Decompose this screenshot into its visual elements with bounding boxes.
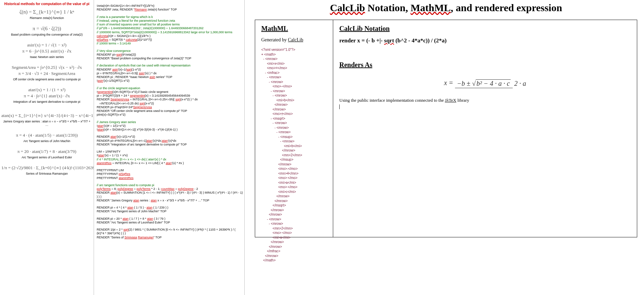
code-line: RENDER pi = 4 * ( 4 * atan ( 1 / 5 ) - a… bbox=[97, 206, 243, 210]
title-word-mathml: MathML bbox=[411, 2, 451, 13]
code-line: atanIntRes = INTEGRAL [0 <= x <= 1 <> LI… bbox=[97, 161, 243, 165]
footnote-text: library bbox=[456, 98, 469, 103]
caption: Off center circle segment area used to c… bbox=[1, 78, 92, 81]
code-line: RENDER "Series of Srinivasa Ramanujan" T… bbox=[97, 236, 243, 239]
code-line: // arc tangent functions used to compute… bbox=[97, 183, 243, 187]
formula: atan′(x) = 1 / (1 + x²) bbox=[1, 87, 92, 93]
code-line: calczeta(n)# = SIGMA[1<=k<=1](1/k^n ) bbox=[97, 34, 243, 38]
code-block: !zeta(n)#=SIGMA[1<=k<=INFINITY](1/k^n)RE… bbox=[97, 4, 243, 12]
code-line: RENDER "Integration of arc tangent deriv… bbox=[97, 143, 243, 146]
code-line: RENDERF asin'(x)=1/sqrt(1-x^2) bbox=[97, 68, 243, 72]
code-line: RENDER pi = 20 * atan ( 1 / 7 ) + 8 * at… bbox=[97, 217, 243, 221]
code-line: PRETTYPRINT atanIntRes bbox=[97, 176, 243, 180]
code-line: // 4 * INTEGRAL [0 <= x <= 1 <> dx] ( at… bbox=[97, 158, 243, 161]
formula: π = 6 · ∫₀^{0.5} asin′(x) · ∂x bbox=[1, 48, 92, 54]
code-line: // 10000 terms = 3.14149 bbox=[97, 42, 243, 45]
right-pane: CalcLib Notation, MathML, and rendered e… bbox=[245, 0, 644, 295]
code-line: PRETTYPRINT piSqRes bbox=[97, 172, 243, 176]
footnote-text: Using the public interface implementatio… bbox=[339, 98, 445, 103]
render-expr-segment: render x = (- b +|- bbox=[339, 37, 384, 44]
code-block: // James Gregory atan series!atan'(x)# =… bbox=[97, 120, 243, 132]
formula: π = 4 · ∫₀^{1} atan′(x) · ∂x bbox=[1, 93, 92, 99]
code-line: !zeta(n)#=SIGMA[1<=k<=INFINITY](1/k^n) bbox=[97, 4, 243, 8]
caption: Riemann zeta(n) function bbox=[1, 16, 92, 20]
code-line: RENDER pi ; RENDER "Isaac Newton asin se… bbox=[97, 75, 243, 79]
code-line: PRETTYPRINT LIM bbox=[97, 169, 243, 172]
formula: π = 3/4 · √3 + 24 · SegmentArea bbox=[1, 71, 92, 76]
code-line: RENDER "Off center circle segment area u… bbox=[97, 109, 243, 113]
formula-block: ζ(n) = Σ_{k=1}^{∞} 1 / kⁿRiemann zeta(n)… bbox=[1, 9, 92, 20]
formula: 1/π = (2·√2)/9801 · Σ_{k=0}^{∞} (4·k)!·(… bbox=[1, 165, 92, 171]
render-expression: render x = (- b +|- sqrt (b^2 - 4*a*c)) … bbox=[339, 37, 631, 44]
code-block: LIM = 1/INFINITY!!atan'(x) = 1 / (1 + x*… bbox=[97, 150, 243, 165]
code-line: piInt(x)=SQRT(x-x^2) bbox=[97, 113, 243, 117]
generated-by-link[interactable]: CalcLib bbox=[288, 37, 303, 42]
caption: Arc Tangent series of John Machin bbox=[1, 139, 92, 143]
caption: Basel problem computing the convergence … bbox=[1, 33, 92, 36]
code-line: !atan(x)# = SIGMA[1<=i<=1]( x^(4i-3)/(4i… bbox=[97, 128, 243, 132]
render-expr-sqrt: sqrt bbox=[384, 37, 394, 44]
text-cursor bbox=[339, 104, 340, 109]
calclib-heading: CalcLib Notation bbox=[339, 25, 631, 33]
footnote-link[interactable]: JλTeX bbox=[445, 98, 456, 103]
mathml-tree: <?xml version="1.0"?> + <math> - <mrow> … bbox=[261, 47, 327, 263]
code-line: =INTEGRAL(0<=x<=0.25 dx) sqrt(x-x^2) bbox=[97, 102, 243, 105]
code-line: // sum of inverted squares over small bu… bbox=[97, 23, 243, 26]
code-line: // instead, using a literal for the para… bbox=[97, 19, 243, 23]
formula: π = √(6 · ζ(2)) bbox=[1, 26, 92, 32]
code-line: // 1000000 terms, SQRT(6*zeta|2(1000000)… bbox=[97, 31, 243, 34]
code-line: RENDER pi=3*sqrt3/4+24*SegmentArea bbox=[97, 105, 243, 109]
code-line: pi = 3*SQRT(3)/4 + 24 * segmentint(x) = … bbox=[97, 94, 243, 98]
render-expr-segment: (b^2 - 4*a*c)) / (2*a) bbox=[394, 37, 447, 44]
title-segment: , and rendered expression bbox=[451, 2, 562, 13]
code-block: // Very slow convergenceRENDERF pi=sqrt(… bbox=[97, 49, 243, 61]
code-line: !atan'(x)# = 1/(1+x^2) bbox=[97, 124, 243, 128]
code-block: PRETTYPRINT LIMPRETTYPRINT piSqResPRETTY… bbox=[97, 169, 243, 180]
code-line: LIM = 1/INFINITY bbox=[97, 150, 243, 154]
panels: MathML Generated by CalcLib <?xml versio… bbox=[255, 20, 637, 237]
mathml-heading: MathML bbox=[261, 25, 327, 33]
generated-by-text: Generated by bbox=[261, 37, 288, 42]
code-line: RENDER "Basel problem computing the conv… bbox=[97, 57, 243, 60]
code-block: // declaration of symbols that can be us… bbox=[97, 64, 243, 83]
code-line: RENDERF pi=sqrt(6*zeta(2)) bbox=[97, 53, 243, 57]
code-line: RENDER 1/pi = 2 * sqrt(2) / 9801 * ( SUM… bbox=[97, 228, 243, 236]
code-line: !asin'(x)=1/SQRT(1-x^2) bbox=[97, 79, 243, 83]
formula-column: Historical methods for computation of th… bbox=[0, 0, 94, 295]
code-line: polyTerms = 8; polyDegree = polyTerms * … bbox=[97, 187, 243, 191]
code-block: RENDER atan'(x)=1/(1+x^2)RENDER pi=4*INT… bbox=[97, 135, 243, 146]
code-line: RENDERF zeta; RENDER "Riemann zeta(n) fu… bbox=[97, 8, 243, 12]
code-line: RENDER "Arc Tangent series of John Machi… bbox=[97, 210, 243, 213]
code-block: RENDER pi = 20 * atan ( 1 / 7 ) + 8 * at… bbox=[97, 217, 243, 225]
rendered-formula: x = −b ± √b² − 4 · a · c 2 · a bbox=[339, 79, 631, 87]
formula: π = 4 · (4 · atan(1/5) − atan(1/239)) bbox=[1, 133, 92, 138]
left-pane: Historical methods for computation of th… bbox=[0, 0, 245, 295]
footnote: Using the public interface implementatio… bbox=[339, 98, 631, 109]
caption: James Gregory atan series : atan x = x −… bbox=[1, 120, 92, 126]
formula: SegmentArea = ∫₀^{0.25} √(x − x²) · ∂x bbox=[1, 65, 92, 70]
code-column: !zeta(n)#=SIGMA[1<=k<=INFINITY](1/k^n)RE… bbox=[94, 0, 244, 295]
code-line: RENDER "Arc Tangent series of Leonhard E… bbox=[97, 221, 243, 224]
caption: Series of Srinivasa Ramanujan bbox=[1, 172, 92, 175]
code-line: // zeta is a parameter for sigma which i… bbox=[97, 15, 243, 19]
title-word-calclib: CalcLib bbox=[330, 2, 365, 13]
code-block: RENDER 1/pi = 2 * sqrt(2) / 9801 * ( SUM… bbox=[97, 228, 243, 239]
code-line: // pi^2/6 = 1.6449340668482262 ; zeta|2(… bbox=[97, 26, 243, 30]
main-title: CalcLib Notation, MathML, and rendered e… bbox=[255, 2, 637, 14]
pi-methods-title: Historical methods for computation of th… bbox=[1, 2, 92, 6]
code-line: // James Gregory atan series bbox=[97, 120, 243, 124]
formula: ζ(n) = Σ_{k=1}^{∞} 1 / kⁿ bbox=[1, 9, 92, 15]
code-block: RENDER pi = 4 * ( 4 * atan ( 1 / 5 ) - a… bbox=[97, 206, 243, 214]
code-line: RENDER SegmentArea = INTEGRAL [0<=x<=0.2… bbox=[97, 98, 243, 101]
code-line: RENDER atan'(x)=1/(1+x^2) bbox=[97, 135, 243, 139]
renders-as-heading: Renders As bbox=[339, 61, 631, 69]
generated-by: Generated by CalcLib bbox=[261, 37, 327, 43]
code-line: !segmentint(x)#=SQRT(x-x^2);// basic cir… bbox=[97, 90, 243, 94]
formula: asin′(x) = 1 / √(1 − x²) bbox=[1, 42, 92, 48]
code-line: // declaration of symbols that can be us… bbox=[97, 64, 243, 67]
formula: atan(x) = Σ_{i=1}^{∞} x^{4i−3}/(4·i−3) −… bbox=[1, 113, 92, 118]
caption: Isaac Newton asin series bbox=[1, 55, 92, 59]
code-block: // or the circle segment equation!segmen… bbox=[97, 86, 243, 117]
code-block: // arc tangent functions used to compute… bbox=[97, 183, 243, 202]
code-line: RENDER atan(x) = SUMMATION [1 <= i <= IN… bbox=[97, 191, 243, 199]
